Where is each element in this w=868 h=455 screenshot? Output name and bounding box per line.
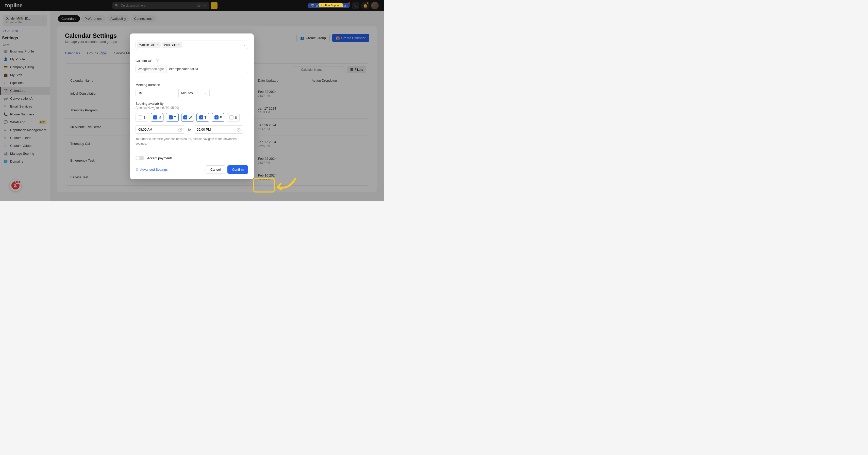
checkbox-icon: ✓: [199, 116, 203, 120]
clock-icon: 🕐: [237, 128, 241, 131]
day-f[interactable]: ✓F: [212, 113, 224, 122]
time-from-input[interactable]: 08:00 AM 🕐: [135, 125, 185, 134]
checkbox-icon: [229, 116, 234, 120]
availability-tz: America/New_York (UTC-05:00): [135, 106, 248, 109]
accept-payments-label: Accept payments: [147, 156, 173, 160]
custom-url-label: Custom URL i: [135, 59, 248, 63]
day-s[interactable]: S: [135, 113, 148, 122]
info-icon[interactable]: i: [156, 59, 159, 62]
team-members-select[interactable]: Maddie Billo × Poki Billo × ⌄: [135, 40, 248, 49]
duration-unit-select[interactable]: Minutes ⌄: [179, 89, 210, 97]
checkbox-icon: ✓: [183, 116, 187, 120]
url-prefix: /widget/bookings/: [136, 65, 166, 73]
duration-input[interactable]: [135, 89, 179, 97]
time-to-input[interactable]: 05:00 PM 🕐: [194, 125, 243, 134]
day-t[interactable]: ✓T: [196, 113, 209, 122]
chip-remove-icon[interactable]: ×: [178, 43, 180, 47]
to-label: to: [188, 128, 191, 131]
clock-icon: 🕐: [178, 128, 182, 131]
duration-label: Meeting duration: [135, 83, 248, 87]
checkbox-icon: ✓: [214, 116, 219, 120]
chip-poki: Poki Billo ×: [162, 42, 182, 48]
confirm-button[interactable]: Confirm: [227, 165, 248, 174]
custom-url-input-group: /widget/bookings/: [135, 65, 248, 73]
chip-remove-icon[interactable]: ×: [157, 43, 159, 47]
checkbox-icon: ✓: [169, 116, 173, 120]
advanced-settings-link[interactable]: ⚙ Advanced Settings: [135, 168, 167, 171]
time-row: 08:00 AM 🕐 to 05:00 PM 🕐: [135, 125, 248, 134]
cancel-button[interactable]: Cancel: [206, 165, 225, 174]
accept-payments-row: Accept payments: [135, 156, 248, 160]
modal-footer: ⚙ Advanced Settings Cancel Confirm: [130, 165, 254, 174]
day-t[interactable]: ✓T: [166, 113, 179, 122]
duration-row: Minutes ⌄: [135, 89, 248, 97]
day-m[interactable]: ✓M: [151, 113, 163, 122]
accept-payments-toggle[interactable]: [135, 156, 144, 160]
availability-label: Booking availability: [135, 102, 248, 105]
checkbox-icon: [138, 116, 142, 120]
checkbox-icon: ✓: [153, 116, 157, 120]
custom-url-input[interactable]: [166, 65, 248, 73]
support-pill[interactable]: topline Support: [319, 3, 343, 7]
day-w[interactable]: ✓W: [181, 113, 194, 122]
gear-icon: ⚙: [135, 168, 138, 171]
chip-maddie: Maddie Billo ×: [137, 42, 161, 48]
chevron-down-icon: ⌄: [205, 92, 207, 94]
availability-hint: To further customize your business hours…: [135, 137, 248, 146]
day-s[interactable]: S: [227, 113, 240, 122]
calendar-modal: Select team members Maddie Billo × Poki …: [130, 33, 254, 179]
days-row: S✓M✓T✓W✓T✓FS: [135, 113, 248, 122]
chevron-down-icon: ⌄: [243, 43, 245, 46]
